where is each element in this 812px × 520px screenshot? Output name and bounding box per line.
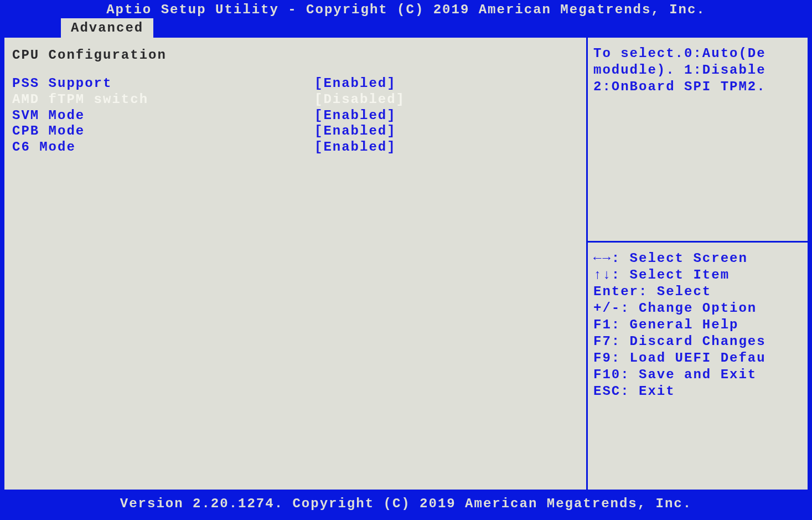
option-label: PSS Support: [12, 76, 314, 92]
option-cpb-mode[interactable]: CPB Mode [Enabled]: [12, 123, 578, 140]
tab-advanced[interactable]: Advanced: [61, 18, 153, 38]
option-value: [Enabled]: [314, 108, 396, 124]
help-pane: To select.0:Auto(De modudle). 1:Disable …: [588, 38, 808, 243]
help-text-line: modudle). 1:Disable: [593, 62, 802, 79]
help-text-line: 2:OnBoard SPI TPM2.: [593, 79, 802, 95]
app-title: Aptio Setup Utility - Copyright (C) 2019…: [0, 0, 812, 17]
key-hint-enter: Enter: Select: [593, 284, 802, 300]
option-value: [Enabled]: [314, 76, 396, 92]
option-value: [Enabled]: [314, 140, 396, 156]
key-hint-select-screen: ←→: Select Screen: [593, 250, 802, 267]
option-svm-mode[interactable]: SVM Mode [Enabled]: [12, 108, 578, 124]
option-value: [Disabled]: [314, 92, 405, 108]
option-c6-mode[interactable]: C6 Mode [Enabled]: [12, 140, 578, 156]
key-hint-discard-changes: F7: Discard Changes: [593, 333, 802, 350]
option-label: SVM Mode: [12, 108, 314, 124]
option-pss-support[interactable]: PSS Support [Enabled]: [12, 76, 578, 92]
settings-pane: CPU Configuration PSS Support [Enabled] …: [4, 38, 588, 490]
header-bar: Aptio Setup Utility - Copyright (C) 2019…: [0, 0, 812, 38]
key-hint-esc-exit: ESC: Exit: [593, 383, 802, 400]
right-pane: To select.0:Auto(De modudle). 1:Disable …: [588, 38, 808, 490]
key-hint-save-exit: F10: Save and Exit: [593, 367, 802, 383]
option-label: CPB Mode: [12, 123, 314, 140]
key-hint-select-item: ↑↓: Select Item: [593, 267, 802, 284]
option-label: C6 Mode: [12, 140, 314, 156]
option-amd-ftpm-switch[interactable]: AMD fTPM switch [Disabled]: [12, 92, 578, 108]
option-label: AMD fTPM switch: [12, 92, 314, 108]
key-hint-change-option: +/-: Change Option: [593, 300, 802, 317]
keys-pane: ←→: Select Screen ↑↓: Select Item Enter:…: [588, 243, 808, 490]
key-hint-general-help: F1: General Help: [593, 317, 802, 333]
key-hint-load-defaults: F9: Load UEFI Defau: [593, 350, 802, 367]
footer-text: Version 2.20.1274. Copyright (C) 2019 Am…: [120, 496, 692, 511]
section-title: CPU Configuration: [12, 48, 578, 76]
footer-bar: Version 2.20.1274. Copyright (C) 2019 Am…: [0, 490, 812, 520]
option-value: [Enabled]: [314, 123, 396, 140]
main-area: CPU Configuration PSS Support [Enabled] …: [2, 38, 810, 490]
tab-row: Advanced: [61, 18, 153, 38]
help-text-line: To select.0:Auto(De: [593, 45, 802, 62]
